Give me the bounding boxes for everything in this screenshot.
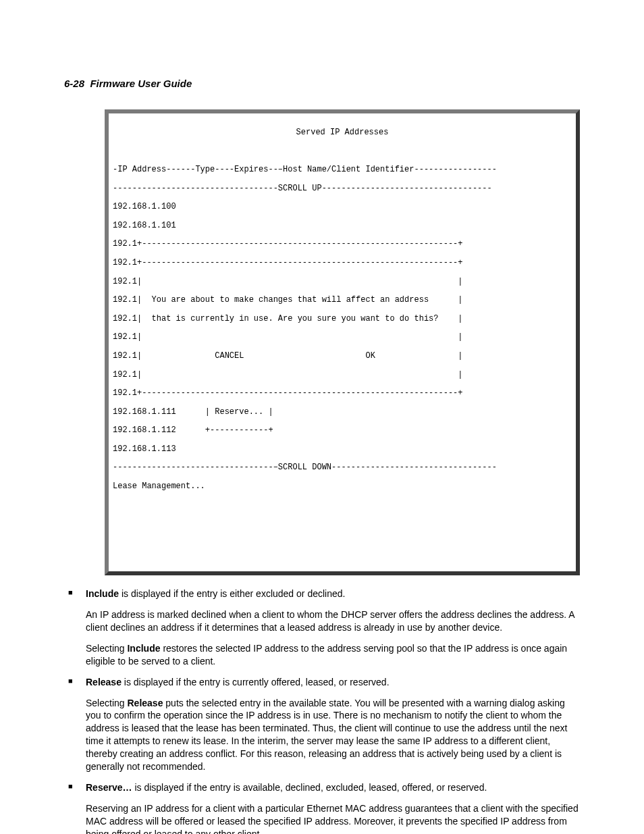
- bullet-list: Include is displayed if the entry is eit…: [64, 588, 580, 834]
- terminal-dialog-msg: 192.1| that is currently in use. Are you…: [113, 315, 572, 324]
- terminal-columns: -IP Address------Type----Expires--–Host …: [113, 165, 572, 175]
- list-item-include: Include is displayed if the entry is eit…: [64, 588, 580, 667]
- terminal-dialog-line: 192.1| |: [113, 333, 572, 342]
- terminal-ip-row: 192.168.1.100: [113, 203, 572, 212]
- terminal-ip-row: 192.168.1.113: [113, 445, 572, 454]
- terminal-lease-mgmt: Lease Management...: [113, 482, 572, 492]
- release-para-1: Selecting Release puts the selected entr…: [86, 697, 580, 773]
- terminal-blank: [113, 501, 572, 511]
- page-title: Firmware User Guide: [90, 78, 192, 89]
- terminal-blank: [113, 519, 572, 529]
- document-page: 6-28 Firmware User Guide Served IP Addre…: [0, 0, 644, 834]
- reserve-lead: Reserve… is displayed if the entry is av…: [86, 781, 580, 794]
- terminal-dialog-buttons: 192.1| CANCEL OK |: [113, 352, 572, 361]
- terminal-dialog-border: 192.1+----------------------------------…: [113, 259, 572, 268]
- terminal-screenshot: Served IP Addresses -IP Address------Typ…: [105, 109, 580, 575]
- list-item-reserve: Reserve… is displayed if the entry is av…: [64, 781, 580, 834]
- terminal-dialog-line: 192.1| |: [113, 371, 572, 380]
- terminal-scroll-up: ----------------------------------SCROLL…: [113, 184, 572, 194]
- terminal-ip-row: 192.168.1.112 +------------+: [113, 426, 572, 436]
- include-rest: is displayed if the entry is either excl…: [119, 588, 345, 599]
- terminal-dialog-msg: 192.1| You are about to make changes tha…: [113, 296, 572, 305]
- include-lead: Include is displayed if the entry is eit…: [86, 588, 580, 600]
- terminal-dialog-line: 192.1| |: [113, 278, 572, 287]
- reserve-rest: is displayed if the entry is available, …: [132, 782, 487, 793]
- list-item-release: Release is displayed if the entry is cur…: [64, 676, 580, 773]
- page-number: 6-28: [64, 78, 84, 89]
- terminal-blank: [113, 147, 572, 156]
- terminal-title: Served IP Addresses: [113, 128, 572, 138]
- terminal-dialog-border: 192.1+----------------------------------…: [113, 240, 572, 249]
- terminal-blank: [113, 538, 572, 548]
- terminal-dialog-border: 192.1+----------------------------------…: [113, 389, 572, 398]
- terminal-ip-reserve: 192.168.1.111 | Reserve... |: [113, 408, 572, 417]
- release-lead: Release is displayed if the entry is cur…: [86, 676, 580, 689]
- terminal-ip-row: 192.168.1.101: [113, 221, 572, 231]
- release-term: Release: [86, 677, 122, 687]
- release-rest: is displayed if the entry is currently o…: [122, 677, 390, 687]
- reserve-para-1: Reserving an IP address for a client wit…: [86, 802, 580, 834]
- include-para-2: Selecting Include restores the selected …: [86, 642, 580, 668]
- page-header: 6-28 Firmware User Guide: [64, 78, 580, 89]
- reserve-term: Reserve…: [86, 782, 132, 793]
- include-term: Include: [86, 588, 119, 599]
- include-para-1: An IP address is marked declined when a …: [86, 608, 580, 634]
- terminal-scroll-down: ---------------------------------–SCROLL…: [113, 463, 572, 473]
